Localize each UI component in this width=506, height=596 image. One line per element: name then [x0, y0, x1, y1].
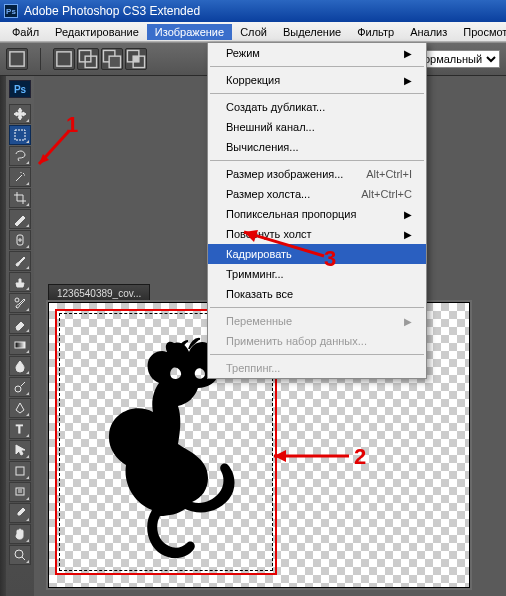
tool-dodge[interactable]	[9, 377, 31, 397]
menubar: Файл Редактирование Изображение Слой Выд…	[0, 22, 506, 42]
menuitem-trim[interactable]: Тримминг...	[208, 264, 426, 284]
menu-separator	[210, 160, 424, 161]
menu-analysis[interactable]: Анализ	[402, 24, 455, 40]
menuitem-image-size[interactable]: Размер изображения...Alt+Ctrl+I	[208, 164, 426, 184]
selection-new-icon[interactable]	[53, 48, 75, 70]
app-title: Adobe Photoshop CS3 Extended	[24, 4, 200, 18]
svg-rect-5	[109, 56, 120, 67]
svg-marker-21	[274, 450, 286, 462]
tool-notes[interactable]	[9, 482, 31, 502]
svg-point-13	[15, 386, 21, 392]
tool-eyedropper[interactable]	[9, 503, 31, 523]
tool-pen[interactable]	[9, 398, 31, 418]
menu-filter[interactable]: Фильтр	[349, 24, 402, 40]
tool-brush[interactable]	[9, 251, 31, 271]
menu-separator	[210, 93, 424, 94]
menuitem-calculations[interactable]: Вычисления...	[208, 137, 426, 157]
tool-path-select[interactable]	[9, 440, 31, 460]
submenu-arrow-icon: ▶	[404, 209, 412, 220]
menu-select[interactable]: Выделение	[275, 24, 349, 40]
annotation-arrow-3	[234, 226, 334, 266]
tool-eraser[interactable]	[9, 314, 31, 334]
svg-rect-15	[16, 467, 24, 475]
svg-marker-23	[244, 230, 258, 242]
ps-badge-icon: Ps	[9, 80, 31, 98]
menu-separator	[210, 307, 424, 308]
svg-rect-0	[10, 52, 24, 66]
document-tab[interactable]: 1236540389_cov...	[48, 284, 150, 302]
annotation-arrow-2	[264, 446, 354, 466]
menu-layer[interactable]: Слой	[232, 24, 275, 40]
tool-lasso[interactable]	[9, 146, 31, 166]
tool-magic-wand[interactable]	[9, 167, 31, 187]
menuitem-apply-dataset: Применить набор данных...	[208, 331, 426, 351]
tool-move[interactable]	[9, 104, 31, 124]
annotation-number-2: 2	[354, 444, 366, 470]
menuitem-pixel-aspect[interactable]: Попиксельная пропорция▶	[208, 204, 426, 224]
separator	[40, 48, 41, 70]
tool-slice[interactable]	[9, 209, 31, 229]
tool-type[interactable]: T	[9, 419, 31, 439]
tool-hand[interactable]	[9, 524, 31, 544]
titlebar: Ps Adobe Photoshop CS3 Extended	[0, 0, 506, 22]
svg-point-11	[15, 298, 19, 302]
tool-healing[interactable]	[9, 230, 31, 250]
submenu-arrow-icon: ▶	[404, 229, 412, 240]
menuitem-trap: Треппинг...	[208, 358, 426, 378]
selection-mode-group	[53, 48, 147, 70]
menuitem-mode[interactable]: Режим▶	[208, 43, 426, 63]
tool-clone[interactable]	[9, 272, 31, 292]
selection-add-icon[interactable]	[77, 48, 99, 70]
image-menu-dropdown: Режим▶ Коррекция▶ Создать дубликат... Вн…	[207, 42, 427, 379]
canvas-area: 1236540389_cov... Режим▶ Коррекция▶ Созд…	[34, 76, 506, 596]
menu-separator	[210, 354, 424, 355]
svg-text:T: T	[16, 423, 23, 435]
svg-rect-1	[57, 52, 71, 66]
menuitem-canvas-size[interactable]: Размер холста...Alt+Ctrl+C	[208, 184, 426, 204]
tool-rect-marquee[interactable]	[9, 125, 31, 145]
tool-blur[interactable]	[9, 356, 31, 376]
tool-zoom[interactable]	[9, 545, 31, 565]
selection-subtract-icon[interactable]	[101, 48, 123, 70]
tool-preset-icon[interactable]	[6, 48, 28, 70]
selection-intersect-icon[interactable]	[125, 48, 147, 70]
submenu-arrow-icon: ▶	[404, 48, 412, 59]
menu-separator	[210, 66, 424, 67]
submenu-arrow-icon: ▶	[404, 316, 412, 327]
menu-view[interactable]: Просмотр	[455, 24, 506, 40]
annotation-arrow-1	[29, 126, 79, 176]
svg-rect-8	[133, 56, 139, 62]
workspace: Ps T 1236540389_cov...	[0, 76, 506, 596]
tool-history-brush[interactable]	[9, 293, 31, 313]
menuitem-apply-image[interactable]: Внешний канал...	[208, 117, 426, 137]
tool-crop[interactable]	[9, 188, 31, 208]
menuitem-variables: Переменные▶	[208, 311, 426, 331]
tool-gradient[interactable]	[9, 335, 31, 355]
menuitem-reveal-all[interactable]: Показать все	[208, 284, 426, 304]
menuitem-duplicate[interactable]: Создать дубликат...	[208, 97, 426, 117]
app-logo-icon: Ps	[4, 4, 18, 18]
menuitem-adjustments[interactable]: Коррекция▶	[208, 70, 426, 90]
svg-rect-9	[15, 130, 25, 140]
menu-edit[interactable]: Редактирование	[47, 24, 147, 40]
menu-image[interactable]: Изображение	[147, 24, 232, 40]
tool-shape[interactable]	[9, 461, 31, 481]
menu-file[interactable]: Файл	[4, 24, 47, 40]
svg-rect-12	[15, 342, 25, 348]
submenu-arrow-icon: ▶	[404, 75, 412, 86]
svg-point-17	[15, 550, 23, 558]
